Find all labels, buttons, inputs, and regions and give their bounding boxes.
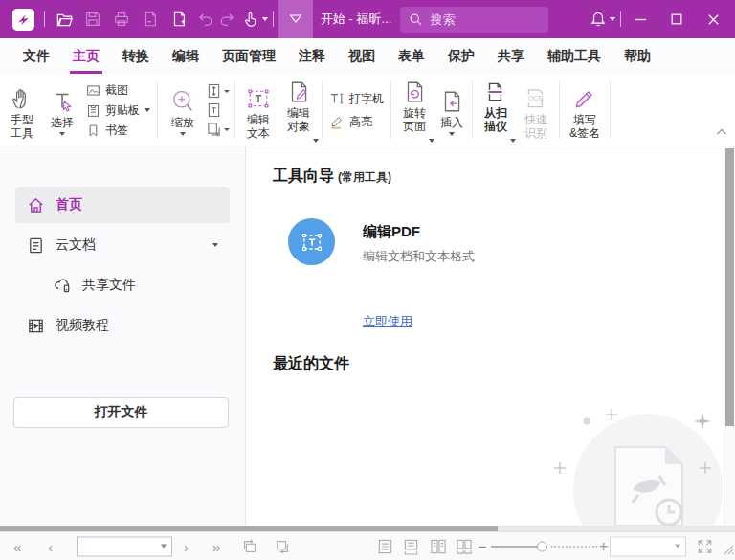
rotate-pages-caret-icon bbox=[429, 139, 434, 143]
typewriter-button[interactable]: 打字机 bbox=[329, 90, 384, 107]
reflow-button[interactable] bbox=[207, 122, 230, 137]
new-document-icon[interactable] bbox=[165, 5, 193, 34]
tab-file[interactable]: 文件 bbox=[11, 38, 61, 75]
fit-page-button[interactable] bbox=[207, 83, 230, 99]
tab-convert[interactable]: 转换 bbox=[111, 38, 161, 75]
edit-text-button[interactable]: 编辑 文本 bbox=[238, 81, 278, 140]
actual-size-button[interactable] bbox=[207, 102, 230, 118]
bookmark-icon bbox=[86, 123, 100, 138]
tab-view[interactable]: 视图 bbox=[337, 38, 387, 75]
sidebar-shared-files-label: 共享文件 bbox=[82, 277, 136, 294]
fill-sign-button[interactable]: 填写 &签名 bbox=[563, 81, 607, 140]
next-view-button[interactable] bbox=[274, 538, 291, 555]
collapse-ribbon-button[interactable] bbox=[716, 123, 727, 140]
zoom-slider-track-right[interactable] bbox=[551, 546, 597, 548]
zoom-tool-button[interactable]: 缩放 bbox=[161, 84, 205, 136]
page-number-combobox[interactable] bbox=[77, 536, 172, 556]
edit-pdf-card-icon[interactable] bbox=[288, 218, 335, 265]
use-now-link[interactable]: 立即使用 bbox=[363, 313, 412, 330]
tab-comment[interactable]: 注释 bbox=[287, 38, 337, 75]
sidebar-item-video-tutorials[interactable]: 视频教程 bbox=[15, 307, 230, 344]
sparkle-plus-icon bbox=[554, 460, 566, 478]
zoom-magnifier-icon bbox=[169, 87, 196, 116]
tab-form[interactable]: 表单 bbox=[387, 38, 436, 75]
single-page-view-button[interactable] bbox=[377, 538, 393, 555]
zoom-level-input[interactable] bbox=[615, 540, 669, 553]
continuous-view-button[interactable] bbox=[403, 538, 419, 555]
from-scanner-button[interactable]: 从扫 描仪 bbox=[476, 75, 516, 146]
tab-share[interactable]: 共享 bbox=[486, 38, 536, 75]
rotate-pages-button[interactable]: 旋转 页面 bbox=[394, 75, 434, 146]
select-tool-button[interactable]: 选择 bbox=[42, 84, 82, 136]
sidebar-cloud-docs-label: 云文档 bbox=[56, 236, 96, 254]
zoom-slider-track-left[interactable] bbox=[491, 546, 539, 548]
bookmark-button[interactable]: 书签 bbox=[86, 122, 150, 139]
sidebar: 首页 云文档 共享文件 视频教程 bbox=[0, 146, 246, 526]
redo-icon[interactable] bbox=[216, 5, 239, 34]
previous-view-button[interactable] bbox=[241, 538, 258, 555]
sidebar-item-cloud-docs[interactable]: 云文档 bbox=[15, 227, 230, 263]
snapshot-button[interactable]: 截图 bbox=[86, 81, 150, 99]
clipboard-icon bbox=[86, 103, 100, 118]
edit-object-button[interactable]: 编辑 对象 bbox=[278, 75, 319, 146]
insert-pages-icon bbox=[439, 87, 464, 116]
search-input[interactable] bbox=[430, 12, 525, 27]
tab-page-management[interactable]: 页面管理 bbox=[211, 38, 287, 75]
notification-bell-icon[interactable] bbox=[587, 5, 610, 34]
maximize-button[interactable] bbox=[662, 5, 691, 34]
fullscreen-button[interactable] bbox=[697, 538, 713, 554]
start-tab-menu-button[interactable] bbox=[278, 0, 313, 38]
cloud-docs-expand-caret-icon[interactable] bbox=[212, 243, 218, 247]
statusbar: « ‹ › » − + bbox=[0, 531, 735, 560]
page-number-caret-icon[interactable] bbox=[161, 545, 167, 549]
undo-icon[interactable] bbox=[193, 5, 216, 34]
zoom-dropdown-caret-icon bbox=[180, 132, 186, 136]
sidebar-item-home[interactable]: 首页 bbox=[15, 187, 230, 223]
hand-mode-button[interactable] bbox=[239, 5, 268, 34]
zoom-in-button[interactable]: + bbox=[599, 539, 608, 554]
tab-protect[interactable]: 保护 bbox=[436, 38, 486, 75]
vertical-scrollbar[interactable] bbox=[724, 146, 735, 526]
recent-files-title: 最近的文件 bbox=[273, 354, 349, 374]
open-file-icon[interactable] bbox=[50, 5, 78, 34]
clipboard-button[interactable]: 剪贴板 bbox=[86, 101, 150, 119]
notification-dropdown-caret-icon[interactable] bbox=[610, 17, 615, 21]
main-panel: 工具向导(常用工具) 编辑PDF 编辑文档和文本格式 立即使用 最近的文件 bbox=[246, 146, 735, 526]
zoom-slider-thumb[interactable] bbox=[537, 541, 547, 551]
highlight-button[interactable]: 高亮 bbox=[329, 113, 384, 130]
tab-help[interactable]: 帮助 bbox=[612, 38, 662, 75]
vertical-scrollbar-thumb[interactable] bbox=[725, 148, 734, 426]
tab-home[interactable]: 主页 bbox=[61, 38, 111, 75]
facing-view-button[interactable] bbox=[430, 538, 447, 555]
quick-ocr-button[interactable]: OCR 快速 识别 bbox=[516, 81, 556, 140]
foxit-logo-icon[interactable] bbox=[12, 9, 34, 31]
page-number-input[interactable] bbox=[82, 540, 153, 553]
first-page-button[interactable]: « bbox=[13, 539, 21, 553]
tab-accessibility[interactable]: 辅助工具 bbox=[536, 38, 612, 75]
previous-page-button[interactable]: ‹ bbox=[48, 539, 53, 553]
window-resize-grip[interactable] bbox=[724, 542, 734, 559]
fit-page-icon bbox=[207, 83, 221, 99]
zoom-level-combobox[interactable] bbox=[610, 536, 686, 556]
zoom-out-button[interactable]: − bbox=[478, 538, 487, 554]
print-icon[interactable] bbox=[107, 5, 136, 34]
shared-cloud-icon bbox=[54, 277, 72, 295]
sidebar-item-shared-files[interactable]: 共享文件 bbox=[15, 267, 230, 303]
insert-pages-button[interactable]: 插入 bbox=[434, 84, 469, 136]
open-file-button[interactable]: 打开文件 bbox=[13, 397, 229, 428]
close-button[interactable] bbox=[699, 5, 727, 34]
sparkle-star-icon bbox=[694, 413, 711, 434]
save-icon[interactable] bbox=[78, 5, 107, 34]
minimize-button[interactable] bbox=[626, 5, 655, 34]
zoom-level-caret-icon[interactable] bbox=[675, 545, 680, 549]
titlebar-separator bbox=[620, 11, 621, 27]
next-page-button[interactable]: › bbox=[184, 539, 189, 553]
export-page-icon[interactable] bbox=[136, 5, 165, 34]
search-box[interactable] bbox=[400, 7, 548, 33]
last-page-button[interactable]: » bbox=[212, 539, 220, 553]
edit-text-label: 编辑 文本 bbox=[247, 113, 270, 140]
cloud-document-icon bbox=[27, 236, 45, 255]
facing-continuous-view-button[interactable] bbox=[456, 538, 473, 555]
hand-tool-button[interactable]: 手型 工具 bbox=[2, 81, 42, 140]
tab-edit[interactable]: 编辑 bbox=[161, 38, 211, 75]
